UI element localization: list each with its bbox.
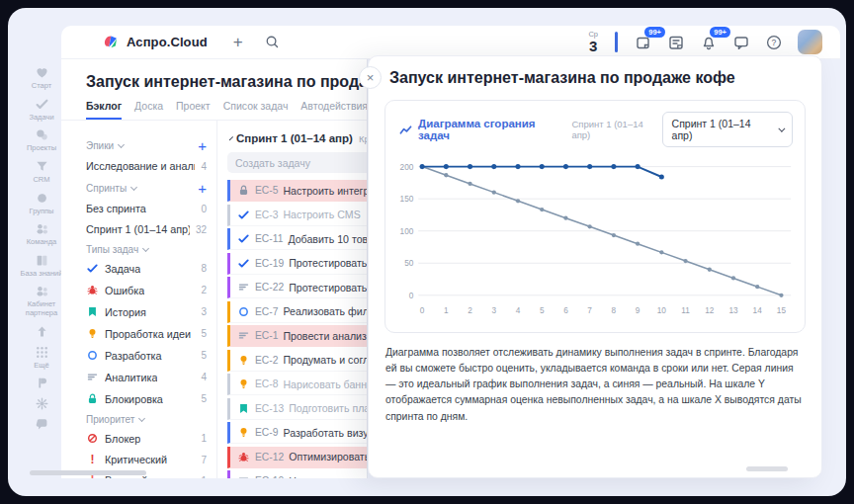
task-row-ec-1[interactable]: EC-1 Провести анализ конку — [227, 325, 367, 347]
rail-item-label: Ещё — [34, 362, 48, 371]
facets-column: Эпики + Исследование и аналитика 4 Сприн… — [61, 121, 217, 478]
task-row-ec-5[interactable]: EC-5 Настроить интеграци — [227, 180, 367, 202]
facet-item[interactable]: Аналитика 4 — [86, 371, 207, 383]
backlog-body: Эпики + Исследование и аналитика 4 Сприн… — [61, 120, 367, 478]
sprint-select[interactable]: Спринт 1 (01–14 апр) — [662, 112, 793, 147]
horizontal-scrollbar-thumb[interactable] — [746, 466, 788, 471]
chevron-down-icon — [778, 125, 785, 131]
facet-section-task-types[interactable]: Типы задач — [86, 244, 207, 255]
rail-item-knowledge-base[interactable]: База знаний — [20, 253, 63, 279]
task-row-ec-3[interactable]: EC-3 Настроить CMS — [227, 205, 367, 226]
inbox-icon[interactable]: 99+ — [635, 34, 652, 51]
tab-automations[interactable]: Автодействия — [300, 100, 368, 120]
tab-board[interactable]: Доска — [134, 100, 163, 120]
facet-item[interactable]: Спринт 1 (01–14 апр) 32 — [86, 223, 207, 235]
facet-item[interactable]: История 3 — [86, 305, 207, 318]
rail-item-label: Команда — [27, 238, 57, 247]
task-row-ec-13[interactable]: EC-13 Подготовить план спр — [227, 398, 367, 420]
facet-count: 32 — [196, 224, 207, 235]
task-row-ec-2[interactable]: EC-2 Продумать и согласов — [227, 350, 367, 372]
sprint-header[interactable]: Спринт 1 (01–14 апр) Крайний срок — [229, 132, 367, 144]
notifications-bell-icon[interactable]: 99+ — [700, 34, 718, 51]
heart-icon — [35, 65, 49, 80]
tab-backlog[interactable]: Бэклог — [86, 100, 122, 120]
facet-item[interactable]: Разработка 5 — [86, 349, 207, 362]
rail-item-feedback[interactable] — [20, 417, 63, 432]
svg-text:5: 5 — [540, 306, 545, 315]
rail-item-settings[interactable] — [20, 396, 63, 411]
rail-item-partner-program[interactable] — [20, 376, 63, 390]
facet-item[interactable]: Исследование и аналитика 4 — [86, 160, 207, 172]
avatar[interactable] — [798, 30, 822, 54]
task-row-ec-11[interactable]: EC-11 Добавить 10 товаров — [227, 228, 367, 250]
rail-item-start[interactable]: Старт — [20, 65, 63, 91]
add-icon[interactable]: + — [198, 181, 207, 196]
facet-item[interactable]: Блокер 1 — [86, 432, 207, 445]
burndown-chart: 0501001502000123456789101112131415 — [391, 153, 797, 326]
facet-item[interactable]: Блокировка 5 — [86, 392, 207, 405]
facet-count: 7 — [201, 455, 207, 465]
facet-item[interactable]: Без спринта 0 — [86, 203, 207, 214]
facet-count: 8 — [201, 263, 207, 274]
notifications-badge: 99+ — [710, 27, 730, 39]
facet-item[interactable]: Ошибка 2 — [86, 284, 207, 296]
blocker-icon — [86, 432, 99, 445]
brand-name[interactable]: Аспро.Cloud — [127, 35, 208, 49]
svg-text:2: 2 — [468, 306, 472, 315]
tab-task-list[interactable]: Список задач — [223, 100, 289, 120]
burndown-subtitle: Спринт 1 (01–14 апр) — [571, 119, 661, 140]
close-icon[interactable]: × — [359, 66, 382, 89]
chat-icon[interactable] — [732, 34, 750, 51]
day-number: 3 — [589, 39, 597, 53]
facet-section-epics[interactable]: Эпики + — [86, 138, 207, 153]
facet-item[interactable]: ! Критический 7 — [86, 454, 207, 465]
groups-icon — [35, 191, 49, 206]
task-row-ec-8[interactable]: EC-8 Нарисовать баннеры д — [227, 374, 367, 395]
rail-item-growth[interactable] — [20, 324, 63, 339]
svg-text:13: 13 — [728, 306, 738, 315]
facet-count: 5 — [201, 328, 207, 339]
team-icon — [35, 221, 49, 236]
burndown-chart-svg: 0501001502000123456789101112131415 — [391, 153, 797, 322]
task-row-ec-22[interactable]: EC-22 Протестировать сцен — [227, 277, 367, 298]
tab-project[interactable]: Проект — [176, 100, 211, 120]
create-task-input[interactable] — [227, 152, 367, 173]
rail-item-team[interactable]: Команда — [20, 221, 63, 247]
chevron-down-icon — [118, 141, 125, 148]
task-row-ec-19[interactable]: EC-19 Протестировать рабо — [227, 253, 367, 275]
calendar-date[interactable]: Ср 3 — [588, 31, 598, 54]
facet-count: 5 — [201, 350, 207, 361]
svg-text:12: 12 — [705, 306, 715, 315]
help-icon[interactable]: ? — [765, 34, 783, 51]
rail-item-label: Проекты — [27, 144, 56, 153]
add-icon[interactable]: + — [198, 138, 207, 153]
rail-item-label: Задачи — [29, 114, 53, 123]
project-title: Запуск интернет-магазина по продаже кофе — [86, 73, 367, 91]
facet-section-sprints[interactable]: Спринты + — [86, 181, 207, 196]
facet-item[interactable]: Проработка идеи 5 — [86, 327, 207, 340]
facet-count: 5 — [201, 393, 207, 404]
burndown-title-link[interactable]: Диаграмма сгорания задач — [418, 118, 565, 141]
analytics-icon — [237, 329, 250, 342]
rail-item-tasks[interactable]: Задачи — [20, 97, 63, 123]
rail-item-projects[interactable]: Проекты — [20, 127, 63, 153]
rail-item-groups[interactable]: Группы — [20, 191, 63, 216]
chart-line-icon — [399, 124, 412, 136]
create-plus-icon[interactable]: + — [233, 34, 243, 50]
tabs-row: БэклогДоскаПроектСписок задачАвтодействи… — [86, 100, 367, 120]
rail-item-more[interactable]: Ещё — [20, 345, 63, 371]
backlog-scrollbar-thumb[interactable] — [30, 470, 146, 475]
facet-item[interactable]: Задача 8 — [86, 262, 207, 275]
rail-item-crm[interactable]: CRM — [20, 159, 63, 185]
task-row-ec-9[interactable]: EC-9 Разработать визуал д — [227, 422, 367, 444]
task-row-ec-7[interactable]: EC-7 Реализовать фильтр то — [227, 301, 367, 323]
notes-icon[interactable] — [667, 34, 685, 51]
task-row-ec-12[interactable]: EC-12 Оптимизировать загр — [227, 447, 367, 468]
search-icon[interactable] — [265, 35, 280, 49]
sprint-title: Спринт 1 (01–14 апр) — [236, 132, 353, 144]
bulb-icon — [237, 378, 250, 390]
task-row-ec-10[interactable]: EC-10 Написать тексты для — [227, 470, 367, 478]
bulb-icon — [86, 327, 99, 340]
rail-item-partner-cabinet[interactable]: Кабинет партнера — [20, 284, 63, 317]
facet-section-priority[interactable]: Приоритет — [86, 414, 207, 425]
